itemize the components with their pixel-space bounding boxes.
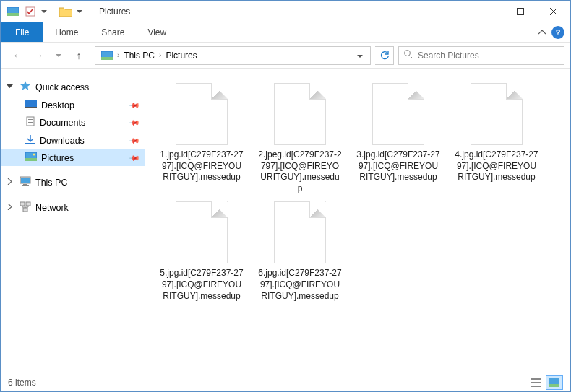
- close-button[interactable]: [537, 1, 570, 22]
- status-bar: 6 items: [1, 373, 570, 391]
- pin-icon: 📌: [129, 134, 140, 146]
- breadcrumb-seg1: This PC: [124, 51, 155, 61]
- qat-properties-icon[interactable]: [22, 4, 38, 19]
- breadcrumb-bar[interactable]: › This PC › Pictures: [95, 46, 371, 65]
- forward-button[interactable]: →: [30, 47, 47, 64]
- sidebar-downloads[interactable]: Downloads 📌: [1, 131, 145, 149]
- svg-rect-19: [21, 178, 30, 183]
- file-icon: [372, 83, 424, 145]
- tab-share[interactable]: Share: [90, 22, 136, 42]
- minimize-button[interactable]: [471, 1, 504, 22]
- svg-rect-4: [518, 8, 524, 14]
- file-name: 3.jpg.id[C279F237-2797].[ICQ@FIREYOURITG…: [356, 149, 440, 183]
- qat-separator: [53, 5, 53, 18]
- star-icon: [20, 80, 31, 94]
- collapse-icon[interactable]: [7, 83, 15, 91]
- sidebar-network[interactable]: Network: [1, 199, 145, 217]
- back-button[interactable]: ←: [9, 47, 27, 64]
- app-icon[interactable]: [5, 4, 21, 19]
- qat-dropdown-icon[interactable]: [40, 4, 48, 19]
- tab-home[interactable]: Home: [43, 22, 90, 42]
- window-title: Pictures: [96, 6, 130, 17]
- view-thumbnails-button[interactable]: [546, 375, 563, 390]
- file-view[interactable]: 1.jpg.id[C279F237-2797].[ICQ@FIREYOURITG…: [145, 69, 570, 373]
- svg-rect-12: [28, 121, 33, 121]
- breadcrumb-root-icon[interactable]: [98, 50, 116, 61]
- pictures-icon: [25, 152, 37, 163]
- folder-icon[interactable]: [58, 4, 74, 19]
- svg-rect-3: [484, 12, 491, 12]
- sidebar-quick-access[interactable]: Quick access: [1, 77, 145, 97]
- tab-view[interactable]: View: [136, 22, 178, 42]
- sidebar-desktop[interactable]: Desktop 📌: [1, 97, 145, 113]
- svg-point-7: [405, 51, 411, 56]
- address-bar: ← → ↑ › This PC › Pictures: [1, 43, 570, 69]
- sidebar-documents[interactable]: Documents 📌: [1, 113, 145, 131]
- tab-file-label: File: [15, 27, 29, 38]
- chevron-right-icon[interactable]: ›: [159, 51, 161, 59]
- search-icon: [403, 49, 413, 61]
- ribbon-expand-icon[interactable]: [538, 26, 546, 39]
- downloads-icon: [25, 134, 35, 147]
- svg-rect-9: [25, 107, 37, 108]
- sidebar-this-pc-label: This PC: [35, 178, 67, 188]
- pin-icon: 📌: [129, 152, 140, 163]
- navigation-pane: Quick access Desktop 📌 Documents 📌: [1, 69, 145, 373]
- explorer-window: Pictures File Home Share View ? ←: [0, 0, 571, 392]
- file-item[interactable]: 6.jpg.id[C279F237-2797].[ICQ@FIREYOURITG…: [258, 201, 342, 302]
- body: Quick access Desktop 📌 Documents 📌: [1, 69, 570, 373]
- svg-rect-1: [7, 13, 19, 16]
- tab-file[interactable]: File: [1, 22, 43, 42]
- search-box[interactable]: [398, 46, 564, 65]
- file-icon: [471, 83, 523, 145]
- title-bar: Pictures: [1, 1, 570, 22]
- svg-rect-20: [23, 184, 27, 185]
- up-button[interactable]: ↑: [70, 47, 87, 64]
- network-icon: [20, 201, 31, 214]
- this-pc-icon: [20, 176, 31, 188]
- sidebar-downloads-label: Downloads: [40, 136, 85, 146]
- svg-rect-24: [23, 208, 27, 212]
- view-details-button[interactable]: [527, 375, 544, 390]
- expand-icon[interactable]: [7, 178, 15, 186]
- desktop-icon: [25, 100, 37, 110]
- sidebar-pictures[interactable]: Pictures 📌: [1, 149, 145, 166]
- breadcrumb-dropdown-icon[interactable]: [353, 49, 367, 62]
- sidebar-this-pc[interactable]: This PC: [1, 173, 145, 191]
- svg-rect-27: [531, 386, 541, 387]
- chevron-right-icon[interactable]: ›: [117, 51, 119, 59]
- file-name: 1.jpg.id[C279F237-2797].[ICQ@FIREYOURITG…: [160, 149, 244, 183]
- file-item[interactable]: 5.jpg.id[C279F237-2797].[ICQ@FIREYOURITG…: [160, 201, 244, 302]
- file-item[interactable]: 2.jpeg.id[C279F237-2797].[ICQ@FIREYOURIT…: [258, 83, 342, 194]
- sidebar-network-label: Network: [35, 203, 69, 213]
- file-name: 4.jpg.id[C279F237-2797].[ICQ@FIREYOURITG…: [455, 149, 538, 183]
- file-icon: [176, 83, 228, 145]
- svg-rect-22: [20, 202, 25, 206]
- file-name: 6.jpg.id[C279F237-2797].[ICQ@FIREYOURITG…: [258, 268, 342, 302]
- file-item[interactable]: 3.jpg.id[C279F237-2797].[ICQ@FIREYOURITG…: [356, 83, 440, 194]
- history-dropdown[interactable]: [50, 47, 67, 64]
- expand-icon[interactable]: [7, 204, 15, 212]
- svg-rect-29: [549, 384, 559, 387]
- help-icon[interactable]: ?: [551, 26, 564, 39]
- svg-rect-23: [26, 202, 30, 206]
- refresh-button[interactable]: [375, 46, 394, 65]
- svg-rect-6: [101, 57, 113, 60]
- icon-grid: 1.jpg.id[C279F237-2797].[ICQ@FIREYOURITG…: [160, 83, 562, 302]
- search-input[interactable]: [418, 51, 559, 61]
- sidebar-desktop-label: Desktop: [41, 100, 74, 110]
- breadcrumb-this-pc[interactable]: This PC: [121, 49, 158, 62]
- file-icon: [274, 201, 326, 263]
- file-name: 2.jpeg.id[C279F237-2797].[ICQ@FIREYOURIT…: [258, 149, 342, 194]
- breadcrumb-seg2: Pictures: [166, 51, 197, 61]
- status-item-count: 6 items: [8, 378, 36, 388]
- breadcrumb-pictures[interactable]: Pictures: [163, 49, 199, 62]
- file-item[interactable]: 4.jpg.id[C279F237-2797].[ICQ@FIREYOURITG…: [455, 83, 538, 194]
- file-item[interactable]: 1.jpg.id[C279F237-2797].[ICQ@FIREYOURITG…: [160, 83, 244, 194]
- pin-icon: 📌: [129, 116, 140, 128]
- svg-rect-25: [531, 378, 541, 380]
- maximize-button[interactable]: [504, 1, 537, 22]
- svg-rect-26: [531, 382, 541, 383]
- folder-dropdown-icon[interactable]: [75, 4, 84, 19]
- svg-point-17: [33, 154, 35, 156]
